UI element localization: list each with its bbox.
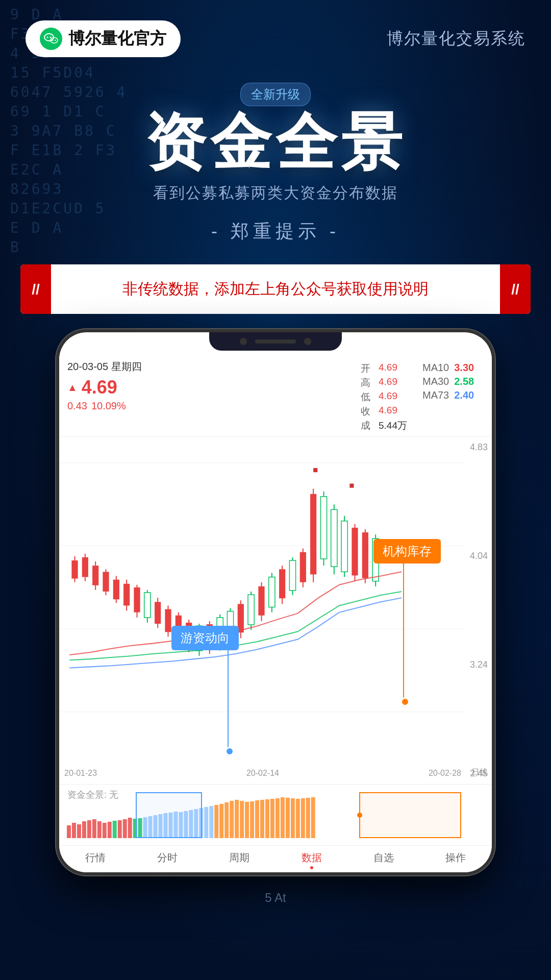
ma73-value: 2.40	[454, 389, 474, 401]
svg-rect-113	[276, 798, 280, 838]
stock-change-pct: 10.09%	[91, 400, 126, 412]
notice-bar: 非传统数据，添加左上角公众号获取使用说明	[20, 264, 531, 314]
nav-item-operation[interactable]: 操作	[420, 851, 492, 869]
svg-point-5	[55, 40, 56, 41]
phone-mockup: 20-03-05 星期四 ▲ 4.69 0.43 10.09% 开 4.69	[56, 329, 495, 875]
ma-section: MA10 3.30 MA30 2.58 MA73 2.40	[422, 362, 484, 401]
notch-dot-left	[240, 338, 247, 345]
bottom-nav: 行情 分时 周期 数据 自选	[59, 845, 492, 872]
svg-rect-17	[92, 566, 98, 585]
annotation-jigou: 机构库存	[373, 539, 441, 564]
open-value: 4.69	[379, 362, 407, 375]
notch-speaker	[255, 339, 296, 344]
ohlc-section: 开 4.69 高 4.69 低 4.69 收 4.69 成 5.44万	[361, 362, 407, 432]
volume-value: 5.44万	[379, 419, 407, 432]
notch-dot-right	[304, 338, 311, 345]
high-label: 高	[361, 376, 370, 389]
minimap-area: 资金全景: 无	[59, 784, 492, 845]
minimap-selection-orange	[359, 792, 461, 838]
svg-rect-83	[123, 819, 127, 838]
svg-rect-120	[311, 797, 315, 838]
y-label-3: 3.24	[470, 659, 488, 670]
nav-item-watchlist[interactable]: 自选	[347, 851, 419, 869]
svg-rect-76	[87, 820, 91, 838]
nav-label-time: 分时	[157, 851, 178, 865]
svg-rect-84	[128, 818, 132, 838]
svg-rect-25	[134, 587, 140, 612]
svg-rect-79	[103, 823, 107, 838]
nav-label-watchlist: 自选	[373, 851, 394, 865]
svg-rect-72	[67, 825, 71, 838]
nav-item-market[interactable]: 行情	[59, 851, 131, 869]
svg-rect-74	[77, 824, 81, 838]
nav-label-period: 周期	[229, 851, 249, 865]
chart-area: 4.83 4.04 3.24 2.45	[59, 437, 492, 784]
candle-21	[279, 566, 285, 604]
candle-2	[82, 554, 88, 581]
svg-rect-114	[281, 797, 285, 838]
candle-24	[310, 489, 316, 582]
svg-rect-10	[313, 468, 317, 472]
nav-dot-market	[94, 866, 97, 869]
svg-rect-102	[219, 804, 223, 838]
svg-rect-100	[209, 806, 213, 838]
svg-rect-81	[113, 821, 117, 838]
svg-rect-110	[260, 800, 264, 838]
svg-rect-117	[296, 799, 300, 838]
nav-item-period[interactable]: 周期	[204, 851, 276, 869]
header: 博尔量化官方 博尔量化交易系统	[0, 0, 551, 67]
svg-rect-112	[270, 799, 274, 838]
stock-date: 20-03-05 星期四	[67, 360, 345, 374]
candle-8	[144, 590, 151, 623]
svg-rect-103	[224, 802, 229, 838]
svg-rect-11	[349, 483, 354, 487]
date-label-2: 20-02-14	[246, 769, 279, 778]
svg-rect-19	[103, 572, 109, 592]
candle-10	[165, 605, 171, 636]
svg-rect-106	[240, 801, 244, 838]
svg-rect-55	[289, 560, 295, 591]
candle-28	[352, 524, 358, 581]
y-label-2: 4.04	[470, 551, 488, 561]
ma30-value: 2.58	[454, 376, 474, 387]
svg-rect-63	[331, 509, 337, 567]
svg-rect-77	[92, 819, 96, 838]
ma73-label: MA73	[422, 389, 449, 401]
low-label: 低	[361, 390, 370, 404]
candle-26	[331, 504, 337, 574]
svg-rect-73	[72, 823, 76, 838]
svg-rect-15	[82, 557, 88, 577]
price-arrow-icon: ▲	[67, 382, 78, 394]
hero-title: 资金全景	[0, 111, 551, 173]
candle-27	[341, 516, 347, 577]
svg-rect-80	[108, 822, 112, 838]
hero-subtitle: 看到公募私募两类大资金分布数据	[0, 183, 551, 204]
nav-item-time[interactable]: 分时	[131, 851, 203, 869]
stock-change: 0.43	[67, 400, 87, 412]
date-label-3: 20-02-28	[429, 769, 461, 778]
annotation-line-jigou	[403, 553, 404, 706]
candle-9	[155, 598, 161, 628]
svg-rect-108	[250, 801, 254, 838]
phone-frame: 20-03-05 星期四 ▲ 4.69 0.43 10.09% 开 4.69	[56, 329, 495, 875]
svg-point-2	[50, 37, 52, 38]
svg-rect-99	[204, 807, 208, 838]
svg-point-0	[44, 34, 54, 41]
candle-7	[134, 585, 140, 618]
stock-price: 4.69	[82, 377, 117, 398]
low-value: 4.69	[379, 390, 407, 404]
candle-18	[248, 592, 254, 630]
ma30-label: MA30	[422, 376, 449, 387]
svg-rect-21	[113, 580, 119, 600]
svg-rect-119	[306, 798, 310, 838]
candle-20	[269, 573, 275, 612]
notice-stripe-left	[20, 264, 51, 314]
svg-rect-115	[286, 798, 290, 838]
svg-rect-31	[165, 609, 171, 632]
candle-6	[123, 580, 130, 611]
wechat-button[interactable]: 博尔量化官方	[26, 20, 181, 57]
notice-text: 非传统数据，添加左上角公众号获取使用说明	[51, 264, 500, 314]
date-labels: 20-01-23 20-02-14 20-02-28	[64, 769, 461, 778]
nav-item-data[interactable]: 数据	[276, 851, 347, 869]
candle-29	[362, 529, 368, 583]
